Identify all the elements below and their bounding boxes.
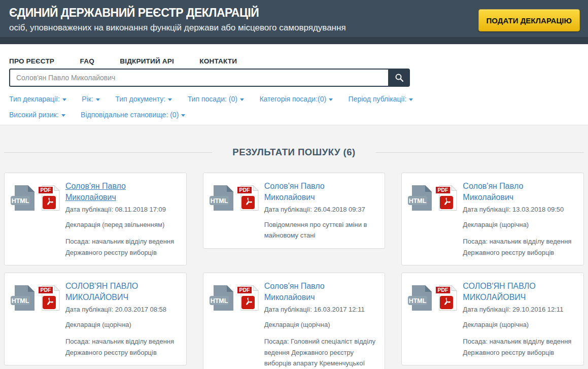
html-file-icon[interactable]: HTML (408, 185, 432, 211)
file-icons: HTML PDF (11, 281, 63, 358)
declarant-position: Посада: начальник відділу ведення Держав… (65, 336, 180, 358)
declarant-position: Посада: начальник відділу ведення Держав… (463, 236, 577, 258)
publication-date: Дата публікації: 26.04.2018 09:37 (264, 206, 379, 213)
html-file-icon[interactable]: HTML (11, 285, 34, 311)
page-title: ЄДИНИЙ ДЕРЖАВНИЙ РЕЄСТР ДЕКЛАРАЦІЙ (9, 6, 346, 20)
chevron-down-icon (409, 98, 413, 101)
search-bar (9, 69, 410, 87)
svg-text:PDF: PDF (239, 187, 250, 193)
file-icons: HTML PDF (11, 181, 63, 258)
svg-text:HTML: HTML (12, 297, 29, 305)
result-text: Солов'ян Павло Миколайович Дата публікац… (63, 181, 180, 258)
nav-faq[interactable]: FAQ (80, 57, 94, 65)
chevron-down-icon (61, 114, 65, 117)
result-text: СОЛОВ'ЯН ПАВЛО МИКОЛАЙОВИЧ Дата публікац… (63, 281, 180, 358)
chevron-down-icon (168, 98, 172, 101)
pdf-file-icon[interactable]: PDF (237, 185, 259, 211)
declarant-name-link[interactable]: СОЛОВ'ЯН ПАВЛО МИКОЛАЙОВИЧ (463, 281, 560, 304)
declarant-position: Посада: начальник відділу ведення Держав… (65, 236, 180, 258)
svg-text:HTML: HTML (409, 297, 427, 305)
file-icons: HTML PDF (408, 181, 461, 258)
result-text: Солов'ян Павло Миколайович Дата публікац… (262, 181, 379, 241)
svg-text:HTML: HTML (409, 197, 427, 205)
chevron-down-icon (62, 98, 66, 101)
filter-declaration-type[interactable]: Тип декларації: (9, 95, 66, 103)
svg-text:PDF: PDF (239, 287, 250, 293)
result-text: СОЛОВ'ЯН ПАВЛО МИКОЛАЙОВИЧ Дата публікац… (461, 281, 577, 358)
filter-high-risk[interactable]: Високий ризик: (9, 111, 65, 119)
nav-about-register[interactable]: ПРО РЕЄСТР (9, 57, 54, 65)
declaration-type: Декларація (щорічна) (463, 219, 577, 230)
results-section: РЕЗУЛЬТАТИ ПОШУКУ (6) HTML PDF Солов'ян … (0, 125, 588, 369)
divider-line (4, 152, 212, 153)
result-card: HTML PDF СОЛОВ'ЯН ПАВЛО МИКОЛАЙОВИЧ Дата… (4, 273, 187, 365)
filter-publication-period[interactable]: Період публікації: (349, 95, 413, 103)
pdf-file-icon[interactable]: PDF (237, 285, 259, 311)
declarant-position: Посада: начальник відділу ведення Держав… (463, 336, 577, 358)
chevron-down-icon (96, 98, 100, 101)
main-nav: ПРО РЕЄСТР FAQ ВІДКРИТИЙ API КОНТАКТИ (9, 56, 579, 65)
chevron-down-icon (329, 98, 333, 101)
svg-text:HTML: HTML (210, 197, 228, 205)
filter-position-type[interactable]: Тип посади: (0) (188, 95, 244, 103)
filter-responsible-position[interactable]: Відповідальне становище: (0) (81, 111, 185, 119)
results-heading: РЕЗУЛЬТАТИ ПОШУКУ (6) (4, 147, 584, 158)
svg-text:HTML: HTML (210, 297, 228, 305)
publication-date: Дата публікації: 16.03.2017 12:11 (264, 306, 379, 313)
result-card: HTML PDF Солов'ян Павло Миколайович Дата… (4, 173, 187, 265)
pdf-file-icon[interactable]: PDF (436, 185, 457, 211)
declarant-position: Посада: Головний спеціаліст відділу веде… (264, 336, 379, 369)
nav-open-api[interactable]: ВІДКРИТИЙ API (120, 57, 174, 65)
html-file-icon[interactable]: HTML (210, 285, 233, 311)
divider-line (376, 152, 584, 153)
header: ЄДИНИЙ ДЕРЖАВНИЙ РЕЄСТР ДЕКЛАРАЦІЙ осіб,… (0, 0, 588, 37)
svg-text:PDF: PDF (438, 287, 449, 293)
declarant-name-link[interactable]: Солов'ян Павло Миколайович (463, 181, 560, 204)
file-icons: HTML PDF (408, 281, 461, 358)
pdf-file-icon[interactable]: PDF (436, 285, 457, 311)
html-file-icon[interactable]: HTML (11, 185, 34, 211)
chevron-down-icon (240, 98, 244, 101)
filter-document-type[interactable]: Тип документу: (115, 95, 172, 103)
filters-row-2: Високий ризик: Відповідальне становище: … (9, 110, 579, 119)
svg-text:PDF: PDF (41, 287, 52, 293)
declarant-name-link[interactable]: СОЛОВ'ЯН ПАВЛО МИКОЛАЙОВИЧ (65, 281, 163, 304)
search-icon (394, 73, 404, 83)
results-heading-text: РЕЗУЛЬТАТИ ПОШУКУ (6) (212, 147, 375, 158)
search-button[interactable] (388, 69, 410, 87)
declarant-name-link[interactable]: Солов'ян Павло Миколайович (65, 181, 163, 204)
svg-text:PDF: PDF (41, 187, 52, 193)
filter-position-category[interactable]: Категорія посади:(0) (259, 95, 333, 103)
header-bottom-strip (0, 37, 588, 44)
declaration-type: Повідомлення про суттєві зміни в майново… (264, 219, 379, 241)
html-file-icon[interactable]: HTML (210, 185, 233, 211)
toolbar: ПРО РЕЄСТР FAQ ВІДКРИТИЙ API КОНТАКТИ Ти… (0, 44, 588, 125)
pdf-file-icon[interactable]: PDF (39, 285, 60, 311)
filter-year[interactable]: Рік: (82, 95, 99, 103)
declaration-type: Декларація (щорічна) (264, 319, 379, 330)
results-grid: HTML PDF Солов'ян Павло Миколайович Дата… (0, 173, 588, 369)
svg-text:HTML: HTML (12, 197, 29, 205)
declarant-name-link[interactable]: Солов'ян Павло Миколайович (264, 281, 362, 304)
result-card: HTML PDF Солов'ян Павло Миколайович Дата… (203, 173, 386, 249)
declarant-name-link[interactable]: Солов'ян Павло Миколайович (264, 181, 362, 204)
result-card: HTML PDF Солов'ян Павло Миколайович Дата… (203, 273, 386, 369)
search-input[interactable] (9, 69, 388, 87)
html-file-icon[interactable]: HTML (408, 285, 432, 311)
filters-row-1: Тип декларації: Рік: Тип документу: Тип … (9, 94, 579, 104)
result-text: Солов'ян Павло Миколайович Дата публікац… (461, 181, 577, 258)
header-titles: ЄДИНИЙ ДЕРЖАВНИЙ РЕЄСТР ДЕКЛАРАЦІЙ осіб,… (9, 5, 346, 37)
declaration-type: Декларація (перед звільненням) (65, 219, 180, 230)
chevron-down-icon (181, 114, 185, 117)
declaration-type: Декларація (щорічна) (65, 319, 180, 330)
svg-text:PDF: PDF (438, 187, 449, 193)
nav-contacts[interactable]: КОНТАКТИ (199, 57, 237, 65)
submit-declaration-button[interactable]: ПОДАТИ ДЕКЛАРАЦІЮ (478, 9, 580, 31)
result-card: HTML PDF Солов'ян Павло Миколайович Дата… (401, 173, 584, 265)
file-icons: HTML PDF (210, 281, 262, 369)
pdf-file-icon[interactable]: PDF (39, 185, 60, 211)
publication-date: Дата публікації: 29.10.2016 12:11 (463, 306, 577, 313)
result-card: HTML PDF СОЛОВ'ЯН ПАВЛО МИКОЛАЙОВИЧ Дата… (401, 273, 584, 365)
file-icons: HTML PDF (210, 181, 262, 241)
publication-date: Дата публікації: 13.03.2018 09:50 (463, 206, 577, 213)
